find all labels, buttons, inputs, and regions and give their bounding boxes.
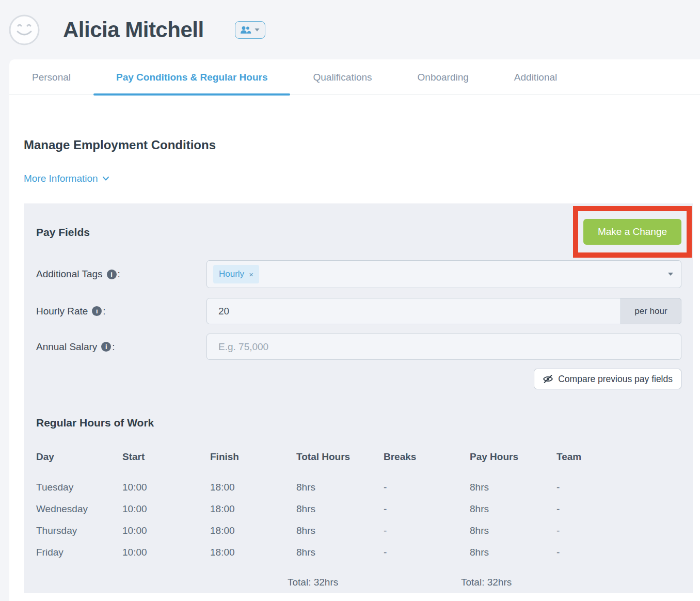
hourly-rate-value: 20 [213,306,229,317]
tab-pay-conditions[interactable]: Pay Conditions & Regular Hours [93,59,290,95]
info-icon[interactable]: i [107,270,117,279]
chevron-down-icon [255,28,260,31]
profile-card: Personal Pay Conditions & Regular Hours … [9,59,700,601]
col-pay-hours: Pay Hours [470,451,556,463]
hourly-rate-row: Hourly Rate i : 20 per hour [36,298,681,324]
annual-salary-row: Annual Salary i : E.g. 75,000 [36,334,681,360]
annual-salary-placeholder: E.g. 75,000 [213,341,268,353]
per-hour-suffix: per hour [621,298,681,324]
col-total-hours: Total Hours [296,451,384,463]
more-information-label: More Information [24,173,98,184]
annual-salary-input[interactable]: E.g. 75,000 [206,334,681,360]
table-row-tuesday: Tuesday 10:00 18:00 8hrs - 8hrs - [36,482,681,493]
more-information-link[interactable]: More Information [24,173,109,184]
hourly-rate-label: Hourly Rate i : [36,306,206,317]
make-a-change-button[interactable]: Make a Change [583,219,681,245]
info-icon[interactable]: i [92,306,102,316]
profile-header: Alicia Mitchell [0,0,700,59]
pay-conditions-panel: Make a Change Pay Fields Additional Tags… [24,203,693,593]
hours-table-body: Tuesday 10:00 18:00 8hrs - 8hrs - Wednes… [36,482,681,558]
tab-additional[interactable]: Additional [491,59,580,95]
tab-personal[interactable]: Personal [9,59,93,95]
col-finish: Finish [210,451,296,463]
additional-tags-label: Additional Tags i : [36,268,206,280]
highlight-annotation-box: Make a Change [573,206,692,258]
hourly-rate-input[interactable]: 20 per hour [206,298,681,324]
col-breaks: Breaks [384,451,470,463]
col-day: Day [36,451,122,463]
total-hours-total: Total: 32hrs [288,577,384,588]
eye-slash-icon [543,374,553,384]
table-row-friday: Friday 10:00 18:00 8hrs - 8hrs - [36,547,681,558]
additional-tags-row: Additional Tags i : Hourly × [36,260,681,288]
compare-previous-pay-fields-button[interactable]: Compare previous pay fields [534,369,681,389]
col-team: Team [556,451,681,463]
team-dropdown-button[interactable] [235,21,265,39]
chevron-down-icon [103,177,109,181]
section-heading: Manage Employment Conditions [24,95,693,152]
hours-table-totals: Total: 32hrs Total: 32hrs [36,577,681,588]
annual-salary-label: Annual Salary i : [36,341,206,353]
tab-qualifications[interactable]: Qualifications [290,59,394,95]
tag-chip-hourly: Hourly × [213,265,259,283]
col-start: Start [122,451,210,463]
table-row-thursday: Thursday 10:00 18:00 8hrs - 8hrs - [36,525,681,536]
regular-hours-heading: Regular Hours of Work [36,417,681,429]
hours-table-header: Day Start Finish Total Hours Breaks Pay … [36,451,681,463]
dropdown-caret-icon[interactable] [668,273,673,276]
page-title: Alicia Mitchell [63,18,204,42]
tab-onboarding[interactable]: Onboarding [395,59,491,95]
additional-tags-input[interactable]: Hourly × [206,260,681,288]
info-icon[interactable]: i [101,342,111,352]
tag-remove-icon[interactable]: × [249,270,253,279]
avatar-smiley-icon [9,14,40,45]
people-icon [240,26,251,34]
table-row-wednesday: Wednesday 10:00 18:00 8hrs - 8hrs - [36,503,681,515]
pay-hours-total: Total: 32hrs [461,577,556,588]
tab-bar: Personal Pay Conditions & Regular Hours … [9,59,700,95]
